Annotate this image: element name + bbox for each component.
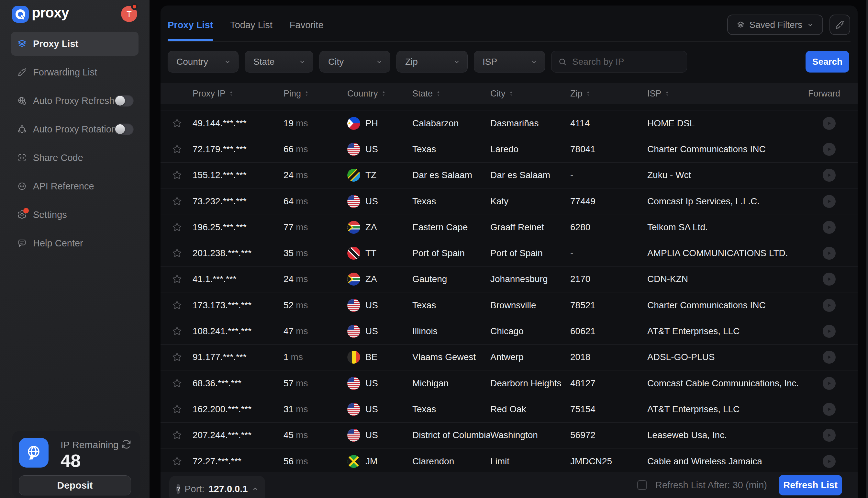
favorite-star-icon[interactable] [171, 300, 183, 311]
forward-play-button[interactable] [823, 273, 836, 286]
forward-play-button[interactable] [823, 117, 836, 130]
favorite-star-icon[interactable] [171, 169, 183, 181]
deposit-button[interactable]: Deposit [19, 475, 131, 495]
saved-filters-button[interactable]: Saved Filters [727, 15, 823, 35]
favorite-star-icon[interactable] [171, 351, 183, 363]
sidebar-item-api-reference[interactable]: API Reference [11, 174, 138, 198]
forward-play-button[interactable] [823, 377, 836, 390]
zip-cell: 4114 [570, 118, 647, 129]
country-cell: PH [347, 117, 412, 130]
port-selector[interactable]: ? Port: 127.0.0.1 [169, 476, 265, 498]
forward-play-button[interactable] [823, 247, 836, 260]
table-row[interactable]: 162.200.***.*** 31ms US Texas Red Oak 75… [161, 396, 858, 422]
favorite-star-icon[interactable] [171, 273, 183, 285]
column-header-country[interactable]: Country [347, 89, 412, 99]
country-code: US [365, 378, 378, 389]
sidebar-item-share-code[interactable]: Share Code [11, 146, 138, 170]
tab-proxy-list[interactable]: Proxy List [168, 20, 213, 40]
forward-play-button[interactable] [823, 299, 836, 312]
forward-play-button[interactable] [823, 455, 836, 468]
refresh-sync-icon[interactable] [120, 438, 132, 450]
refresh-after-checkbox[interactable] [637, 480, 647, 490]
sidebar-item-forwarding-list[interactable]: Forwarding List [11, 60, 138, 84]
table-row[interactable]: 173.173.***.*** 52ms US Texas Brownsvill… [161, 292, 858, 318]
column-header-ping[interactable]: Ping [283, 89, 347, 99]
zip-cell: 78521 [570, 300, 647, 311]
city-cell: Port of Spain [490, 248, 570, 258]
favorite-star-icon[interactable] [171, 143, 183, 155]
forward-play-button[interactable] [823, 195, 836, 208]
search-button[interactable]: Search [805, 51, 849, 73]
column-header-isp[interactable]: ISP [647, 89, 809, 99]
deposit-label: Deposit [57, 480, 93, 491]
refresh-list-button[interactable]: Refresh List [779, 475, 842, 495]
country-flag-icon [347, 429, 360, 442]
zip-filter-dropdown[interactable]: Zip [397, 51, 468, 73]
dropdown-label: Zip [405, 57, 418, 67]
sidebar-item-help-center[interactable]: Help Center [11, 231, 138, 255]
city-filter-dropdown[interactable]: City [319, 51, 390, 73]
favorite-star-icon[interactable] [171, 429, 183, 441]
table-row[interactable]: 68.36.***.*** 57ms US Michigan Dearborn … [161, 370, 858, 396]
ping-cell: 24ms [283, 170, 347, 180]
table-row[interactable]: 49.144.***.*** 19ms PH Calabarzon Dasmar… [161, 110, 858, 136]
forward-play-button[interactable] [823, 325, 836, 338]
forward-connection-button[interactable] [829, 15, 850, 35]
window-scrollbar-strip[interactable] [866, 0, 868, 498]
table-row[interactable]: 207.244.***.*** 45ms US District of Colu… [161, 422, 858, 448]
forward-play-button[interactable] [823, 429, 836, 442]
auto-proxy-refresh-toggle[interactable] [114, 95, 134, 106]
country-filter-dropdown[interactable]: Country [168, 51, 239, 73]
state-filter-dropdown[interactable]: State [245, 51, 313, 73]
country-code: US [365, 196, 378, 207]
forward-play-button[interactable] [823, 221, 836, 234]
favorite-star-icon[interactable] [171, 378, 183, 389]
sidebar-item-settings[interactable]: Settings [11, 203, 138, 227]
country-code: US [365, 300, 378, 311]
table-row[interactable]: 72.27.***.*** 56ms JM Clarendon Limit JM… [161, 448, 858, 474]
column-header-zip[interactable]: Zip [570, 89, 647, 99]
table-row[interactable]: 91.177.***.*** 1ms BE Vlaams Gewest Antw… [161, 344, 858, 370]
table-row[interactable]: 73.232.***.*** 64ms US Texas Katy 77449 … [161, 188, 858, 214]
column-header-city[interactable]: City [490, 89, 570, 99]
favorite-star-icon[interactable] [171, 325, 183, 337]
help-chat-icon [17, 238, 27, 248]
column-header-state[interactable]: State [412, 89, 490, 99]
sidebar-item-auto-proxy-rotation[interactable]: Auto Proxy Rotation [11, 117, 138, 141]
city-cell: Washington [490, 430, 570, 440]
state-cell: Gauteng [412, 274, 490, 284]
favorite-star-icon[interactable] [171, 404, 183, 415]
avatar[interactable]: T [121, 6, 137, 22]
zip-cell: 77449 [570, 196, 647, 207]
forward-play-button[interactable] [823, 351, 836, 364]
isp-cell: Leaseweb Usa, Inc. [647, 430, 809, 440]
country-code: PH [365, 118, 378, 129]
table-row[interactable]: 201.238.***.*** 35ms TT Port of Spain Po… [161, 240, 858, 266]
table-row[interactable]: 196.25.***.*** 77ms ZA Eastern Cape Graa… [161, 214, 858, 240]
sidebar-item-auto-proxy-refresh[interactable]: Auto Proxy Refresh [11, 89, 138, 113]
table-row[interactable]: 41.1.***.*** 24ms ZA Gauteng Johannesbur… [161, 266, 858, 292]
auto-proxy-rotation-toggle[interactable] [114, 123, 134, 135]
state-cell: Vlaams Gewest [412, 352, 490, 362]
country-code: US [365, 430, 378, 440]
forward-play-button[interactable] [823, 403, 836, 416]
table-row[interactable]: 72.179.***.*** 66ms US Texas Laredo 7804… [161, 136, 858, 162]
tab-today-list[interactable]: Today List [230, 20, 272, 40]
country-cell: BE [347, 351, 412, 364]
isp-filter-dropdown[interactable]: ISP [474, 51, 545, 73]
sidebar-item-proxy-list[interactable]: Proxy List [11, 32, 138, 56]
favorite-star-icon[interactable] [171, 222, 183, 233]
table-row[interactable]: 155.12.***.*** 24ms TZ Dar es Salaam Dar… [161, 162, 858, 188]
table-row[interactable]: 108.241.***.*** 47ms US Illinois Chicago… [161, 318, 858, 344]
proxy-ip-cell: 72.27.***.*** [192, 456, 283, 467]
favorite-star-icon[interactable] [171, 196, 183, 207]
forward-play-button[interactable] [823, 169, 836, 182]
favorite-star-icon[interactable] [171, 118, 183, 129]
forward-play-button[interactable] [823, 143, 836, 156]
favorite-star-icon[interactable] [171, 456, 183, 467]
tab-favorite[interactable]: Favorite [290, 20, 324, 40]
search-input[interactable] [572, 56, 690, 67]
column-header-proxy-ip[interactable]: Proxy IP [192, 89, 283, 99]
favorite-star-icon[interactable] [171, 247, 183, 259]
proxy-ip-cell: 41.1.***.*** [192, 274, 283, 284]
